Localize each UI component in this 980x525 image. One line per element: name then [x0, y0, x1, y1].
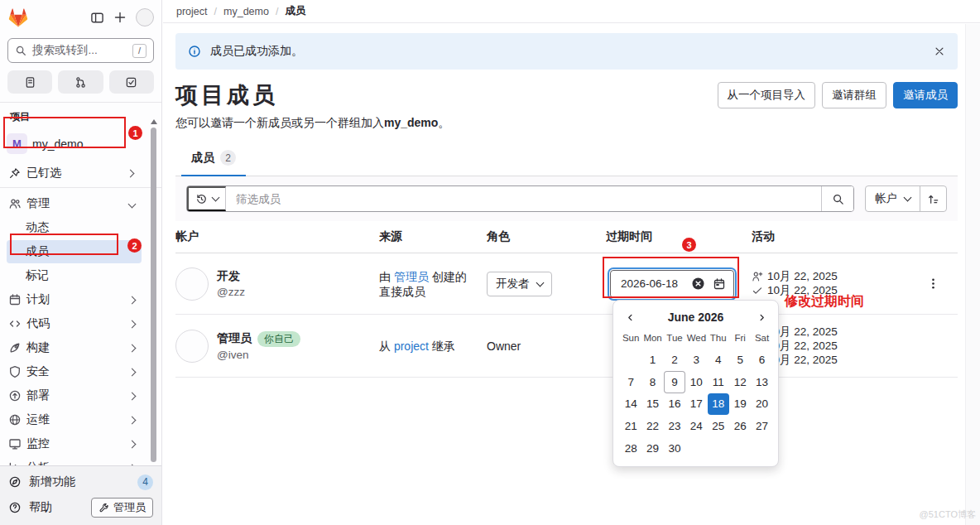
column-header-expiration: 过期时间	[606, 229, 752, 244]
sidebar-scrollbar[interactable]	[151, 128, 156, 462]
invite-group-button[interactable]: 邀请群组	[822, 82, 886, 108]
activity-date: 10月 22, 2025	[767, 269, 838, 284]
calendar-day[interactable]: 24	[685, 415, 707, 437]
breadcrumb-separator: /	[214, 6, 217, 17]
chevron-right-icon	[128, 344, 137, 352]
more-actions-button[interactable]	[920, 271, 946, 297]
calendar-day[interactable]: 25	[708, 415, 729, 437]
import-from-project-button[interactable]: 从一个项目导入	[718, 82, 816, 108]
sidebar-item-code[interactable]: 代码	[7, 312, 142, 335]
merge-request-shortcut-button[interactable]	[58, 70, 103, 94]
calendar-day[interactable]: 6	[751, 349, 772, 371]
calendar-day[interactable]: 1	[641, 349, 663, 371]
whats-new-item[interactable]: 新增功能 4	[8, 472, 153, 492]
sidebar-item-monitor[interactable]: 监控	[7, 432, 142, 455]
avatar	[175, 330, 209, 363]
admin-button[interactable]: 管理员	[91, 498, 153, 518]
close-icon[interactable]	[934, 46, 945, 57]
breadcrumb: project / my_demo / 成员	[163, 0, 980, 23]
issues-shortcut-button[interactable]	[7, 70, 52, 94]
annotation-note: 修改过期时间	[785, 293, 864, 311]
calendar-day[interactable]: 29	[641, 437, 663, 460]
sidebar-item-deploy[interactable]: 部署	[7, 384, 142, 407]
sidebar-item-activity[interactable]: 动态	[7, 216, 142, 239]
calendar-day[interactable]: 10	[685, 371, 707, 393]
calendar-day-empty	[685, 437, 707, 460]
calendar-day[interactable]: 16	[664, 393, 685, 416]
plus-icon[interactable]	[113, 11, 127, 24]
sidebar-item-secure[interactable]: 安全	[7, 360, 142, 383]
shield-icon	[8, 365, 22, 378]
sidebar-item-manage[interactable]: 管理	[7, 192, 142, 215]
calendar-day[interactable]: 11	[708, 371, 729, 393]
search-input[interactable]: 搜索或转到... /	[7, 38, 154, 63]
role-dropdown[interactable]: 开发者	[487, 272, 552, 296]
subtitle-text: 您可以邀请一个新成员或另一个群组加入	[175, 116, 384, 129]
chevron-right-icon	[128, 368, 137, 376]
users-icon	[8, 197, 22, 210]
source-link[interactable]: project	[394, 340, 429, 353]
calendar-icon[interactable]	[713, 277, 726, 291]
sidebar-item-build[interactable]: 构建	[7, 336, 142, 359]
expiration-date-input[interactable]: 2026-06-18	[610, 270, 734, 298]
sort-ascending-icon	[927, 193, 939, 205]
calendar-day[interactable]: 5	[729, 349, 751, 371]
user-avatar[interactable]	[136, 8, 154, 26]
calendar-day[interactable]: 30	[664, 437, 685, 460]
tab-members[interactable]: 成员 2	[181, 142, 246, 176]
todo-shortcut-button[interactable]	[109, 70, 154, 94]
calendar-day[interactable]: 9	[664, 371, 685, 393]
calendar-day[interactable]: 27	[751, 415, 772, 437]
page-title: 项目成员	[175, 80, 278, 110]
sidebar-toggle-icon[interactable]	[90, 11, 104, 25]
calendar-day[interactable]: 17	[685, 393, 707, 416]
source-text: 从	[379, 340, 394, 353]
sidebar-item-members[interactable]: 成员	[7, 240, 142, 263]
history-icon	[195, 193, 208, 205]
calendar-day[interactable]: 4	[708, 349, 729, 371]
calendar-day[interactable]: 28	[620, 437, 641, 460]
calendar-day[interactable]: 21	[620, 415, 641, 437]
calendar-day[interactable]: 8	[641, 371, 663, 393]
sort-by-dropdown[interactable]: 帐户	[866, 186, 920, 211]
monitor-icon	[8, 437, 22, 450]
sidebar-item-operate[interactable]: 运维	[7, 408, 142, 431]
app-window: 搜索或转到... / 项目 M my_demo 已钉选 管理	[0, 0, 980, 525]
calendar-day[interactable]: 3	[685, 349, 707, 371]
help-item[interactable]: 帮助 管理员	[8, 498, 153, 518]
invite-members-button[interactable]: 邀请成员	[893, 82, 958, 108]
next-month-button[interactable]	[754, 310, 769, 325]
breadcrumb-my-demo[interactable]: my_demo	[223, 6, 269, 17]
previous-month-button[interactable]	[622, 310, 637, 325]
role-label: Owner	[487, 340, 521, 353]
calendar-day[interactable]: 13	[751, 371, 772, 393]
calendar-day[interactable]: 2	[664, 349, 685, 371]
filter-members-input[interactable]	[226, 186, 821, 211]
calendar-day[interactable]: 12	[729, 371, 751, 393]
calendar-day[interactable]: 19	[729, 393, 751, 416]
sidebar-item-plan[interactable]: 计划	[7, 288, 142, 311]
whats-new-label: 新增功能	[29, 474, 75, 489]
calendar-day[interactable]: 15	[641, 393, 663, 416]
calendar-day[interactable]: 14	[620, 393, 641, 416]
calendar-day[interactable]: 20	[751, 393, 772, 416]
sidebar-item-labels[interactable]: 标记	[7, 264, 142, 287]
calendar-day[interactable]: 23	[664, 415, 685, 437]
filter-search-button[interactable]	[821, 186, 853, 211]
source-link[interactable]: 管理员	[394, 270, 429, 283]
sidebar-item-pinned[interactable]: 已钉选	[0, 159, 142, 187]
row-actions-cell	[920, 271, 946, 297]
breadcrumb-project[interactable]: project	[176, 6, 208, 17]
scroll-up-arrow[interactable]	[151, 119, 157, 124]
sort-direction-button[interactable]	[920, 186, 946, 211]
calendar-day[interactable]: 22	[641, 415, 663, 437]
clear-date-icon[interactable]	[691, 277, 705, 291]
calendar-day[interactable]: 7	[620, 371, 641, 393]
todo-check-icon	[125, 76, 137, 89]
filter-history-button[interactable]	[187, 186, 226, 211]
sidebar-item-label: 安全	[26, 364, 50, 379]
page-body: 成员已成功添加。 项目成员 从一个项目导入 邀请群组 邀请成员 您可以邀请一个新…	[163, 33, 980, 378]
calendar-day[interactable]: 18	[708, 393, 729, 416]
main-scrollbar-track[interactable]	[965, 24, 980, 525]
calendar-day[interactable]: 26	[729, 415, 751, 437]
